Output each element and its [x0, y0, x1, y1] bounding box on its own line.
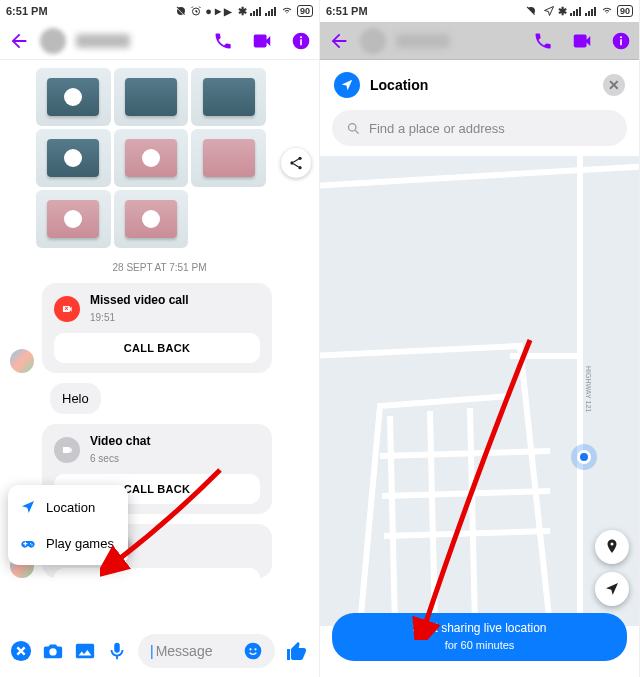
missed-call-card[interactable]: Missed video call19:51 CALL BACK: [42, 283, 272, 373]
image-grid[interactable]: [36, 68, 266, 248]
contact-avatar[interactable]: [40, 28, 66, 54]
close-icon[interactable]: ✕: [603, 74, 625, 96]
place-search-placeholder: Find a place or address: [369, 121, 505, 136]
signal-2-icon: [585, 6, 597, 16]
location-send-icon: [334, 72, 360, 98]
message-input[interactable]: |Message: [138, 634, 275, 668]
battery-pct: 90: [617, 5, 633, 17]
alarm-off-icon: [525, 5, 537, 17]
bluetooth-icon: ✱: [238, 5, 247, 18]
share-button[interactable]: [281, 148, 311, 178]
status-right: ● ▸ ▶ ✱ 90: [175, 4, 313, 18]
current-location-dot: [577, 450, 591, 464]
video-icon[interactable]: [251, 30, 273, 52]
svg-point-10: [254, 648, 256, 650]
sender-avatar[interactable]: [10, 349, 34, 373]
start-line1: Start sharing live location: [342, 621, 617, 635]
start-line2: for 60 minutes: [445, 639, 515, 651]
video-icon: [571, 30, 593, 52]
place-search-input[interactable]: Find a place or address: [332, 110, 627, 146]
popup-games[interactable]: Play games: [8, 525, 128, 561]
pin-icon: [603, 538, 621, 556]
road-label: HIGHWAY 121: [585, 366, 592, 412]
popup-location-label: Location: [46, 500, 95, 515]
camera-icon[interactable]: [42, 640, 64, 662]
location-icon: [543, 5, 555, 17]
search-icon: [346, 121, 361, 136]
popup-location[interactable]: Location: [8, 489, 128, 525]
status-bar: 6:51 PM ✱ 90: [320, 0, 639, 22]
nav-arrow-icon: [604, 581, 620, 597]
composer: |Message: [0, 625, 319, 677]
screen-chat: 6:51 PM ● ▸ ▶ ✱ 90: [0, 0, 320, 677]
wifi-icon: [600, 6, 614, 16]
callback-button[interactable]: CALL BACK: [54, 333, 260, 363]
map-view[interactable]: HIGHWAY 121: [320, 156, 639, 626]
callback-button[interactable]: CALL BACK: [54, 568, 260, 578]
svg-point-14: [349, 123, 357, 131]
close-more-icon[interactable]: [10, 640, 32, 662]
chat-header-dim: [320, 22, 639, 60]
video-chat-icon: [54, 437, 80, 463]
back-icon[interactable]: [328, 30, 350, 52]
location-arrow-icon: [20, 499, 36, 515]
battery-pct: 90: [297, 5, 313, 17]
videochat-title: Video chat: [90, 434, 150, 448]
status-bar: 6:51 PM ● ▸ ▶ ✱ 90: [0, 0, 319, 22]
location-title: Location: [370, 77, 428, 93]
chat-header: [0, 22, 319, 60]
share-icon: [288, 155, 304, 171]
recenter-button[interactable]: [595, 572, 629, 606]
signal-1-icon: [570, 6, 582, 16]
alarm-icon: [190, 5, 202, 17]
popup-games-label: Play games: [46, 536, 114, 551]
svg-point-3: [300, 36, 302, 38]
missed-time: 19:51: [90, 312, 115, 323]
svg-point-13: [620, 36, 622, 38]
missed-title: Missed video call: [90, 293, 189, 307]
status-right: ✱ 90: [525, 5, 633, 18]
svg-rect-2: [300, 39, 302, 45]
wifi-icon: [280, 6, 294, 16]
emoji-icon[interactable]: [243, 641, 263, 661]
screen-location: 6:51 PM ✱ 90 Location ✕ Find a plac: [320, 0, 640, 677]
videochat-time: 6 secs: [90, 453, 119, 464]
svg-rect-12: [620, 39, 622, 45]
map-roads: HIGHWAY 121: [320, 156, 639, 626]
contact-name[interactable]: [76, 34, 130, 48]
call-icon[interactable]: [213, 31, 233, 51]
youtube-icon: ▶: [224, 6, 232, 17]
gallery-icon[interactable]: [74, 640, 96, 662]
contact-name: [396, 34, 450, 48]
back-icon[interactable]: [8, 30, 30, 52]
contact-avatar: [360, 28, 386, 54]
text-message[interactable]: Helo: [50, 383, 101, 414]
signal-1-icon: [250, 6, 262, 16]
info-icon: [611, 31, 631, 51]
mic-icon[interactable]: [106, 640, 128, 662]
chat-icon: ●: [205, 5, 212, 17]
bluetooth-icon: ✱: [558, 5, 567, 18]
alarm-off-icon: [175, 5, 187, 17]
more-popup: Location Play games: [8, 485, 128, 565]
cast-icon: ▸: [215, 4, 221, 18]
info-icon[interactable]: [291, 31, 311, 51]
missed-video-icon: [54, 296, 80, 322]
status-time: 6:51 PM: [6, 5, 48, 17]
start-sharing-button[interactable]: Start sharing live location for 60 minut…: [332, 613, 627, 661]
svg-point-8: [245, 643, 262, 660]
message-placeholder: Message: [156, 643, 213, 659]
signal-2-icon: [265, 6, 277, 16]
status-time: 6:51 PM: [326, 5, 368, 17]
chat-body: 28 SEPT AT 7:51 PM Missed video call19:5…: [0, 60, 319, 625]
call-icon: [533, 31, 553, 51]
gamepad-icon: [20, 535, 36, 551]
timestamp: 28 SEPT AT 7:51 PM: [10, 262, 309, 273]
like-icon[interactable]: [285, 639, 309, 663]
svg-point-9: [249, 648, 251, 650]
location-header: Location ✕: [320, 60, 639, 110]
pin-button[interactable]: [595, 530, 629, 564]
